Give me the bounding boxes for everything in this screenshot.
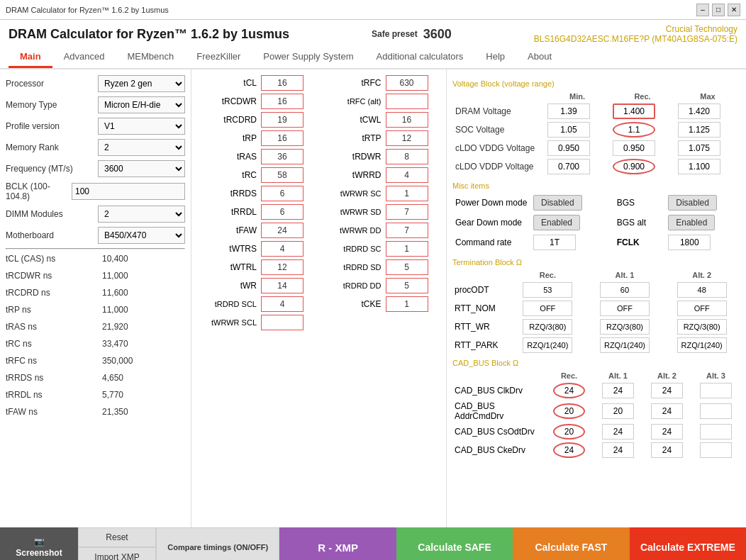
cad-csodtdrv-alt1[interactable]	[602, 424, 634, 439]
trdrd-dd-input[interactable]	[386, 278, 428, 293]
tab-additional[interactable]: Additional calculators	[365, 47, 475, 68]
tab-about[interactable]: About	[516, 47, 563, 68]
rtt-nom-alt2[interactable]	[677, 301, 727, 316]
trrds-input[interactable]	[261, 186, 304, 201]
compare-timings-button[interactable]: Compare timings (ON/OFF)	[156, 527, 279, 560]
cldo-vddg-min[interactable]	[547, 140, 590, 156]
screenshot-button[interactable]: 📷 Screenshot	[0, 527, 78, 560]
trdrd-scl-input[interactable]	[261, 296, 304, 312]
profile-version-select[interactable]: V1	[98, 118, 185, 135]
tab-membench[interactable]: MEMbench	[116, 47, 185, 68]
power-down-btn[interactable]: Disabled	[533, 195, 582, 211]
dram-voltage-min[interactable]	[547, 103, 590, 119]
cad-addrcmddrv-alt3[interactable]	[700, 403, 732, 419]
cldo-vddp-rec[interactable]	[613, 159, 655, 174]
import-xmp-button[interactable]: Import XMP	[78, 547, 156, 560]
procodt-alt2[interactable]	[677, 282, 727, 298]
gear-down-btn[interactable]: Enabled	[533, 215, 580, 230]
trdrd-sc-input[interactable]	[386, 241, 428, 257]
bclk-input[interactable]	[72, 183, 185, 200]
soc-voltage-min[interactable]	[547, 122, 590, 138]
cldo-vddg-rec[interactable]	[613, 140, 655, 156]
motherboard-select[interactable]: B450/X470	[98, 227, 185, 244]
bgs-alt-btn[interactable]: Enabled	[668, 215, 715, 230]
cad-addrcmddrv-alt1[interactable]	[602, 403, 634, 419]
fclk-input[interactable]	[668, 235, 711, 250]
cldo-vddp-min[interactable]	[547, 159, 590, 174]
dram-voltage-rec[interactable]	[613, 103, 655, 119]
trdrd-sd-input[interactable]	[386, 259, 428, 275]
tfaw-input[interactable]	[261, 223, 304, 238]
cad-clkdrv-alt1[interactable]	[602, 383, 634, 398]
trcdwr-input[interactable]	[261, 94, 304, 109]
trp-input[interactable]	[261, 130, 304, 146]
tab-advanced[interactable]: Advanced	[52, 47, 116, 68]
cad-csodtdrv-rec[interactable]	[553, 424, 585, 439]
rtt-wr-alt1[interactable]	[600, 319, 650, 335]
twr-input[interactable]	[261, 278, 304, 293]
rtt-nom-alt1[interactable]	[600, 301, 650, 316]
processor-select[interactable]: Ryzen 2 gen	[98, 75, 185, 92]
calculate-extreme-button[interactable]: Calculate EXTREME	[630, 527, 746, 560]
twrwr-dd-input[interactable]	[386, 223, 428, 238]
tab-freezkiller[interactable]: FreezKiller	[185, 47, 252, 68]
frequency-select[interactable]: 3600	[98, 160, 185, 177]
calculate-fast-button[interactable]: Calculate FAST	[513, 527, 629, 560]
close-button[interactable]: ✕	[728, 4, 740, 16]
cldo-vddp-max[interactable]	[678, 159, 720, 174]
cldo-vddg-max[interactable]	[678, 140, 720, 156]
procodt-alt1[interactable]	[600, 282, 650, 298]
trtp-input[interactable]	[386, 130, 428, 146]
tcwl-input[interactable]	[386, 112, 428, 128]
rtt-wr-alt2[interactable]	[677, 319, 727, 335]
procodt-rec[interactable]	[523, 282, 572, 298]
calculate-safe-button[interactable]: Calculate SAFE	[396, 527, 513, 560]
trfc-input[interactable]	[386, 75, 428, 91]
trrdl-input[interactable]	[261, 204, 304, 220]
rtt-park-alt2[interactable]	[677, 337, 727, 353]
twrwr-sd-input[interactable]	[386, 204, 428, 220]
memory-rank-select[interactable]: 2	[98, 139, 185, 156]
cad-ckedrv-alt1[interactable]	[602, 442, 634, 458]
dimm-select[interactable]: 2	[98, 206, 185, 223]
cad-clkdrv-alt3[interactable]	[700, 383, 732, 398]
cad-ckedrv-rec[interactable]	[553, 442, 585, 458]
tab-main[interactable]: Main	[9, 47, 52, 68]
tcl-input[interactable]	[261, 75, 304, 91]
cad-addrcmddrv-alt2[interactable]	[651, 403, 683, 419]
restore-button[interactable]: □	[712, 4, 725, 16]
trc-input[interactable]	[261, 167, 304, 183]
rtt-park-rec[interactable]	[523, 337, 572, 353]
tab-help[interactable]: Help	[474, 47, 516, 68]
command-rate-input[interactable]	[533, 235, 576, 250]
tcke-input[interactable]	[386, 296, 428, 312]
soc-voltage-rec[interactable]	[613, 122, 655, 138]
cad-ckedrv-alt2[interactable]	[651, 442, 683, 458]
trdwr-input[interactable]	[386, 149, 428, 164]
cad-csodtdrv-alt3[interactable]	[700, 424, 732, 439]
cad-clkdrv-alt2[interactable]	[651, 383, 683, 398]
twrwr-sc-input[interactable]	[386, 186, 428, 201]
trcdrd-input[interactable]	[261, 112, 304, 128]
twrrd-input[interactable]	[386, 167, 428, 183]
twtrl-input[interactable]	[261, 259, 304, 275]
cad-csodtdrv-alt2[interactable]	[651, 424, 683, 439]
twtrs-input[interactable]	[261, 241, 304, 257]
dram-voltage-max[interactable]	[678, 103, 720, 119]
twrwr-scl-input[interactable]	[261, 315, 304, 330]
memory-type-select[interactable]: Micron E/H-die	[98, 96, 185, 113]
cad-ckedrv-alt3[interactable]	[700, 442, 732, 458]
minimize-button[interactable]: –	[696, 4, 709, 16]
reset-button[interactable]: Reset	[78, 527, 156, 547]
soc-voltage-max[interactable]	[678, 122, 720, 138]
bgs-btn[interactable]: Disabled	[668, 195, 717, 211]
rtt-park-alt1[interactable]	[600, 337, 650, 353]
rtt-wr-rec[interactable]	[523, 319, 572, 335]
xmp-button[interactable]: R - XMP	[279, 527, 396, 560]
cad-addrcmddrv-rec[interactable]	[553, 403, 585, 419]
tab-power-supply[interactable]: Power Supply System	[252, 47, 364, 68]
rtt-nom-rec[interactable]	[523, 301, 572, 316]
trfc-alt-input[interactable]	[386, 94, 428, 109]
cad-clkdrv-rec[interactable]	[553, 383, 585, 398]
tras-input[interactable]	[261, 149, 304, 164]
